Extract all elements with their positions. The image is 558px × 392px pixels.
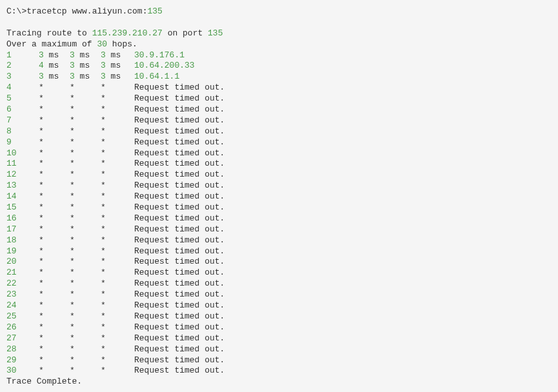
maxhops-num: 30 <box>97 39 107 49</box>
hop-row: 25***Request timed out. <box>6 311 552 322</box>
hop-row: 4***Request timed out. <box>6 83 552 93</box>
hop-time-col: * <box>101 300 132 311</box>
hop-time-col: * <box>70 235 101 246</box>
hop-time-unit: ms <box>75 50 90 60</box>
hop-time-col: 3 ms <box>101 61 132 72</box>
hop-time-col: * <box>39 191 70 202</box>
hop-time-col: * <box>70 224 101 235</box>
hop-time-col: * <box>70 366 101 377</box>
hop-result: Request timed out. <box>134 126 224 137</box>
hop-time-col: * <box>39 83 70 93</box>
hop-row: 21***Request timed out. <box>6 268 552 279</box>
hop-time-col: * <box>39 170 70 181</box>
hop-time-col: * <box>39 311 70 322</box>
hop-result: Request timed out. <box>134 159 224 170</box>
hop-time-col: * <box>70 104 101 115</box>
hop-time-col: * <box>39 181 70 191</box>
hop-time-col: * <box>70 202 101 213</box>
hop-row: 33 ms3 ms3 ms10.64.1.1 <box>6 72 552 83</box>
hop-time-col: * <box>70 355 101 366</box>
hop-number: 17 <box>6 224 39 235</box>
hop-row: 22***Request timed out. <box>6 279 552 289</box>
hop-number: 23 <box>6 289 39 300</box>
hop-row: 6***Request timed out. <box>6 104 552 115</box>
hop-row: 7***Request timed out. <box>6 115 552 126</box>
hop-result: Request timed out. <box>134 115 224 126</box>
hop-row: 29***Request timed out. <box>6 355 552 366</box>
hop-number: 11 <box>6 159 39 170</box>
hop-time-col: * <box>39 257 70 268</box>
hop-row: 19***Request timed out. <box>6 246 552 257</box>
hop-time-col: * <box>70 279 101 289</box>
hop-time-col: * <box>101 333 132 344</box>
hop-result: Request timed out. <box>134 104 224 115</box>
hop-time-col: * <box>39 246 70 257</box>
hop-time-col: * <box>101 268 132 279</box>
hop-time-col: * <box>101 213 132 224</box>
hop-result: Request timed out. <box>134 246 224 257</box>
tracing-line: Tracing route to 115.239.210.27 on port … <box>6 28 552 39</box>
hop-time-col: * <box>101 93 132 104</box>
hop-time-col: * <box>70 137 101 148</box>
hop-number: 15 <box>6 202 39 213</box>
hop-time-col: * <box>39 322 70 333</box>
hop-time-col: * <box>39 115 70 126</box>
hop-time-col: * <box>101 344 132 355</box>
hop-time-col: * <box>101 83 132 93</box>
hop-time-col: * <box>101 170 132 181</box>
hop-number: 18 <box>6 235 39 246</box>
hop-time-col: * <box>70 289 101 300</box>
hop-time-col: * <box>70 344 101 355</box>
hop-result: Request timed out. <box>134 289 224 300</box>
hop-time-col: * <box>101 311 132 322</box>
hop-time-unit: ms <box>44 72 59 81</box>
hop-row: 16***Request timed out. <box>6 213 552 224</box>
hop-time-col: 3 ms <box>39 50 70 61</box>
hop-time-value: 4 <box>39 61 44 70</box>
hop-number: 13 <box>6 181 39 191</box>
hop-row: 13***Request timed out. <box>6 181 552 191</box>
hop-result: 30.9.176.1 <box>134 50 184 61</box>
hop-time-col: * <box>70 322 101 333</box>
hop-time-col: 3 ms <box>70 50 101 61</box>
hop-time-unit: ms <box>106 72 121 81</box>
hop-number: 6 <box>6 104 39 115</box>
hop-time-col: * <box>101 126 132 137</box>
hop-result: Request timed out. <box>134 311 224 322</box>
hop-time-col: * <box>101 202 132 213</box>
hop-result: Request timed out. <box>134 366 224 377</box>
hop-time-col: 3 ms <box>101 72 132 83</box>
hop-time-value: 3 <box>39 50 44 60</box>
hop-row: 5***Request timed out. <box>6 93 552 104</box>
hop-time-col: * <box>39 213 70 224</box>
terminal-output: C:\>tracetcp www.aliyun.com:135 Tracing … <box>6 6 552 387</box>
hop-time-unit: ms <box>44 50 59 60</box>
hop-time-col: * <box>39 279 70 289</box>
hop-time-col: * <box>39 202 70 213</box>
hop-number: 12 <box>6 170 39 181</box>
hop-row: 10***Request timed out. <box>6 148 552 159</box>
hops-list: 13 ms3 ms3 ms30.9.176.124 ms3 ms3 ms10.6… <box>6 50 552 377</box>
hop-time-col: * <box>70 115 101 126</box>
hop-time-col: * <box>39 366 70 377</box>
hop-row: 8***Request timed out. <box>6 126 552 137</box>
hop-time-col: * <box>70 213 101 224</box>
hop-result: 10.64.200.33 <box>134 61 195 72</box>
hop-time-col: * <box>39 268 70 279</box>
blank-line <box>6 17 552 28</box>
hop-number: 7 <box>6 115 39 126</box>
hop-time-col: * <box>70 268 101 279</box>
hop-time-col: * <box>70 191 101 202</box>
command-line: C:\>tracetcp www.aliyun.com:135 <box>6 6 552 17</box>
hop-time-col: * <box>39 300 70 311</box>
trace-complete: Trace Complete. <box>6 377 552 387</box>
hop-time-col: * <box>101 181 132 191</box>
hop-result: Request timed out. <box>134 322 224 333</box>
hop-time-col: * <box>70 311 101 322</box>
hop-time-col: * <box>39 344 70 355</box>
hop-time-col: * <box>39 355 70 366</box>
tracing-prefix: Tracing route to <box>6 28 92 38</box>
hop-time-col: * <box>70 257 101 268</box>
hop-time-col: * <box>101 289 132 300</box>
hop-number: 5 <box>6 93 39 104</box>
